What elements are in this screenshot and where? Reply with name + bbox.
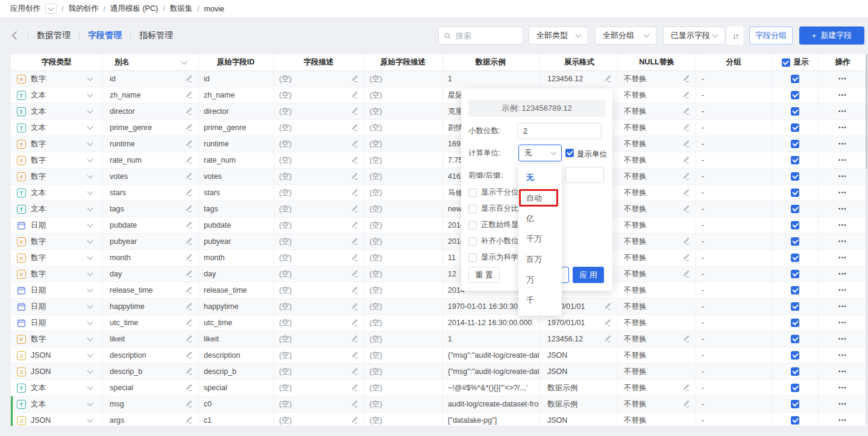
edit-icon[interactable] <box>351 270 358 278</box>
edit-icon[interactable] <box>351 384 358 391</box>
show-checkbox[interactable] <box>791 91 799 99</box>
field-type-cell[interactable]: #数字 <box>11 331 102 347</box>
field-group-button[interactable]: 字段分组 <box>749 26 793 45</box>
row-actions-button[interactable]: ••• <box>838 157 847 163</box>
edit-icon[interactable] <box>351 368 358 375</box>
edit-icon[interactable] <box>683 270 690 278</box>
edit-icon[interactable] <box>351 205 358 213</box>
field-type-cell[interactable]: #数字 <box>11 152 102 169</box>
field-type-cell[interactable]: JJSON <box>11 364 102 380</box>
apply-button[interactable]: 应 用 <box>573 267 604 283</box>
show-unit-checkbox[interactable] <box>565 149 574 157</box>
tab-字段管理[interactable]: 字段管理 <box>88 30 122 41</box>
chevron-down-icon[interactable] <box>181 58 187 64</box>
edit-icon[interactable] <box>351 335 358 343</box>
edit-icon[interactable] <box>683 108 690 115</box>
chevron-down-icon[interactable] <box>87 189 93 195</box>
breadcrumb-item[interactable]: 通用模板 (PC) <box>110 4 158 14</box>
show-checkbox[interactable] <box>791 384 799 392</box>
option-checkbox[interactable] <box>468 221 477 229</box>
show-checkbox[interactable] <box>791 123 799 132</box>
option-checkbox[interactable] <box>468 254 477 262</box>
edit-icon[interactable] <box>683 205 690 213</box>
suffix-input[interactable] <box>565 167 604 183</box>
field-type-cell[interactable]: T文本 <box>11 185 102 201</box>
chevron-down-icon[interactable] <box>644 32 650 38</box>
filter-select-0[interactable]: 全部类型 <box>529 26 588 45</box>
field-type-cell[interactable]: 日期 <box>11 299 102 315</box>
chevron-down-icon[interactable] <box>87 270 93 276</box>
edit-icon[interactable] <box>186 124 192 131</box>
edit-icon[interactable] <box>186 400 192 408</box>
edit-icon[interactable] <box>186 140 192 148</box>
edit-icon[interactable] <box>186 319 192 326</box>
edit-icon[interactable] <box>683 173 690 180</box>
back-button[interactable] <box>12 31 20 40</box>
row-actions-button[interactable]: ••• <box>838 206 847 212</box>
row-actions-button[interactable]: ••• <box>838 320 847 326</box>
row-actions-button[interactable]: ••• <box>838 336 847 342</box>
edit-icon[interactable] <box>186 108 192 115</box>
chevron-down-icon[interactable] <box>87 205 93 211</box>
show-checkbox[interactable] <box>791 140 799 148</box>
show-checkbox[interactable] <box>791 205 799 213</box>
edit-icon[interactable] <box>186 75 192 83</box>
filter-select-1[interactable]: 全部分组 <box>595 26 656 45</box>
edit-icon[interactable] <box>683 75 690 83</box>
create-field-button[interactable]: + 新建字段 <box>799 26 864 45</box>
chevron-down-icon[interactable] <box>87 140 93 146</box>
row-actions-button[interactable]: ••• <box>838 76 847 82</box>
breadcrumb-dropdown-button[interactable] <box>45 4 57 14</box>
edit-icon[interactable] <box>186 157 192 164</box>
show-checkbox[interactable] <box>791 286 799 294</box>
row-actions-button[interactable]: ••• <box>838 255 847 261</box>
row-actions-button[interactable]: ••• <box>838 222 847 228</box>
edit-icon[interactable] <box>683 254 690 261</box>
show-checkbox[interactable] <box>791 319 799 327</box>
chevron-down-icon[interactable] <box>87 238 93 244</box>
chevron-down-icon[interactable] <box>87 303 93 309</box>
edit-icon[interactable] <box>605 303 611 310</box>
field-type-cell[interactable]: JJSON <box>11 347 102 364</box>
show-checkbox[interactable] <box>791 221 799 229</box>
edit-icon[interactable] <box>186 384 192 391</box>
row-actions-button[interactable]: ••• <box>838 369 847 375</box>
row-actions-button[interactable]: ••• <box>838 173 847 179</box>
show-checkbox[interactable] <box>791 367 799 376</box>
chevron-down-icon[interactable] <box>87 335 93 341</box>
field-type-cell[interactable]: T文本 <box>11 380 102 396</box>
edit-icon[interactable] <box>351 173 358 180</box>
edit-icon[interactable] <box>683 400 690 408</box>
show-checkbox[interactable] <box>791 237 799 246</box>
show-checkbox[interactable] <box>791 416 799 425</box>
edit-icon[interactable] <box>186 173 192 180</box>
breadcrumb-item[interactable]: 数据集 <box>170 4 193 14</box>
row-actions-button[interactable]: ••• <box>838 287 847 293</box>
edit-icon[interactable] <box>186 270 192 278</box>
edit-icon[interactable] <box>683 92 690 99</box>
row-actions-button[interactable]: ••• <box>838 190 847 196</box>
field-type-cell[interactable]: T文本 <box>11 120 102 136</box>
chevron-down-icon[interactable] <box>87 368 93 374</box>
field-type-cell[interactable]: 日期 <box>11 315 102 331</box>
edit-icon[interactable] <box>351 352 358 359</box>
edit-icon[interactable] <box>351 140 358 148</box>
chevron-down-icon[interactable] <box>87 75 93 81</box>
search-input-box[interactable] <box>438 26 523 45</box>
chevron-down-icon[interactable] <box>87 287 93 293</box>
filter-select-2[interactable]: 已显示字段 <box>663 26 725 45</box>
edit-icon[interactable] <box>186 189 192 196</box>
edit-icon[interactable] <box>351 303 358 310</box>
field-type-cell[interactable]: T文本 <box>11 104 102 120</box>
field-type-cell[interactable]: #数字 <box>11 71 102 87</box>
row-actions-button[interactable]: ••• <box>838 271 847 277</box>
unit-option-千[interactable]: 千 <box>518 290 562 311</box>
edit-icon[interactable] <box>186 287 192 294</box>
sort-button[interactable]: ↓↑ <box>727 26 743 45</box>
edit-icon[interactable] <box>186 417 192 424</box>
show-checkbox[interactable] <box>791 188 799 197</box>
edit-icon[interactable] <box>351 238 358 245</box>
field-type-cell[interactable]: #数字 <box>11 266 102 282</box>
reset-button[interactable]: 重 置 <box>468 267 500 283</box>
show-checkbox[interactable] <box>791 351 799 360</box>
